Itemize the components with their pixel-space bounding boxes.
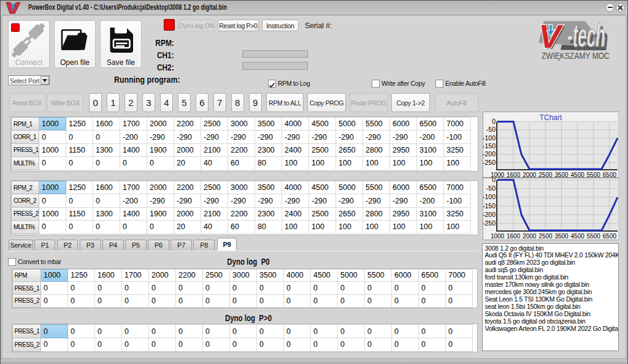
svg-text:4500: 4500 — [570, 233, 584, 240]
svg-text:-250: -250 — [483, 219, 496, 227]
svg-text:-100: -100 — [483, 134, 496, 142]
svg-text:-200: -200 — [483, 211, 496, 218]
svg-text:5500: 5500 — [586, 233, 600, 240]
svg-text:-50: -50 — [486, 184, 495, 192]
svg-text:6500: 6500 — [602, 172, 616, 178]
svg-text:-150: -150 — [483, 202, 496, 210]
svg-text:2500: 2500 — [538, 233, 553, 240]
svg-text:V: V — [538, 18, 564, 55]
svg-text:2000: 2000 — [523, 233, 537, 240]
svg-text:2000: 2000 — [523, 172, 537, 178]
svg-text:1000: 1000 — [490, 172, 504, 178]
svg-text:-tech: -tech — [567, 17, 605, 53]
svg-text:0: 0 — [492, 178, 496, 183]
svg-text:TChart: TChart — [539, 113, 562, 122]
svg-text:-250: -250 — [483, 159, 496, 166]
svg-text:-150: -150 — [483, 142, 496, 150]
svg-text:-200: -200 — [483, 150, 496, 157]
svg-text:1000: 1000 — [490, 233, 504, 240]
svg-text:ZWIĘKSZAMY MOC: ZWIĘKSZAMY MOC — [542, 51, 610, 61]
svg-text:0: 0 — [492, 118, 496, 125]
svg-text:3500: 3500 — [554, 172, 569, 178]
svg-text:2500: 2500 — [538, 172, 553, 178]
svg-text:3500: 3500 — [554, 233, 569, 240]
svg-text:1600: 1600 — [506, 172, 520, 178]
svg-text:5500: 5500 — [586, 172, 600, 178]
svg-text:-50: -50 — [486, 126, 495, 133]
svg-text:6500: 6500 — [602, 233, 616, 240]
svg-text:4500: 4500 — [570, 172, 584, 178]
svg-text:1600: 1600 — [506, 233, 520, 240]
svg-text:-100: -100 — [483, 193, 496, 200]
